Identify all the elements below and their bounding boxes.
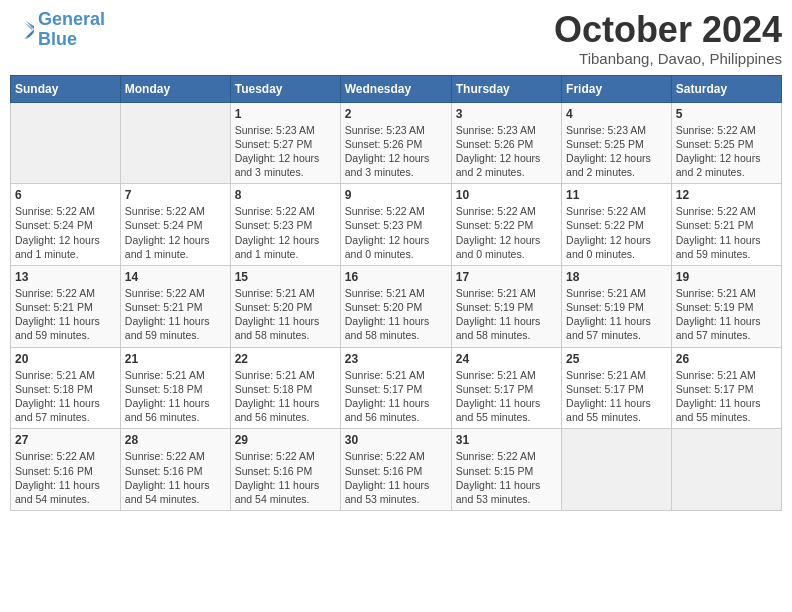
weekday-header: Friday (562, 75, 672, 102)
day-info: Sunrise: 5:23 AM Sunset: 5:27 PM Dayligh… (235, 123, 336, 180)
location-subtitle: Tibanbang, Davao, Philippines (554, 50, 782, 67)
day-number: 22 (235, 352, 336, 366)
calendar-cell: 9Sunrise: 5:22 AM Sunset: 5:23 PM Daylig… (340, 184, 451, 266)
calendar-cell: 26Sunrise: 5:21 AM Sunset: 5:17 PM Dayli… (671, 347, 781, 429)
day-number: 29 (235, 433, 336, 447)
calendar-cell (11, 102, 121, 184)
calendar-cell: 27Sunrise: 5:22 AM Sunset: 5:16 PM Dayli… (11, 429, 121, 511)
day-info: Sunrise: 5:22 AM Sunset: 5:21 PM Dayligh… (15, 286, 116, 343)
day-number: 16 (345, 270, 447, 284)
calendar-cell: 21Sunrise: 5:21 AM Sunset: 5:18 PM Dayli… (120, 347, 230, 429)
day-number: 4 (566, 107, 667, 121)
calendar-week-row: 13Sunrise: 5:22 AM Sunset: 5:21 PM Dayli… (11, 265, 782, 347)
day-info: Sunrise: 5:21 AM Sunset: 5:19 PM Dayligh… (456, 286, 557, 343)
calendar-cell: 31Sunrise: 5:22 AM Sunset: 5:15 PM Dayli… (451, 429, 561, 511)
day-number: 24 (456, 352, 557, 366)
day-info: Sunrise: 5:21 AM Sunset: 5:17 PM Dayligh… (456, 368, 557, 425)
logo-line1: General (38, 9, 105, 29)
day-info: Sunrise: 5:22 AM Sunset: 5:22 PM Dayligh… (456, 204, 557, 261)
weekday-header-row: SundayMondayTuesdayWednesdayThursdayFrid… (11, 75, 782, 102)
day-info: Sunrise: 5:22 AM Sunset: 5:15 PM Dayligh… (456, 449, 557, 506)
day-info: Sunrise: 5:22 AM Sunset: 5:16 PM Dayligh… (345, 449, 447, 506)
calendar-table: SundayMondayTuesdayWednesdayThursdayFrid… (10, 75, 782, 511)
weekday-header: Saturday (671, 75, 781, 102)
weekday-header: Sunday (11, 75, 121, 102)
calendar-cell: 15Sunrise: 5:21 AM Sunset: 5:20 PM Dayli… (230, 265, 340, 347)
day-number: 21 (125, 352, 226, 366)
day-number: 19 (676, 270, 777, 284)
day-number: 23 (345, 352, 447, 366)
weekday-header: Wednesday (340, 75, 451, 102)
day-info: Sunrise: 5:21 AM Sunset: 5:17 PM Dayligh… (345, 368, 447, 425)
calendar-cell: 8Sunrise: 5:22 AM Sunset: 5:23 PM Daylig… (230, 184, 340, 266)
month-title: October 2024 (554, 10, 782, 50)
calendar-week-row: 20Sunrise: 5:21 AM Sunset: 5:18 PM Dayli… (11, 347, 782, 429)
day-info: Sunrise: 5:21 AM Sunset: 5:20 PM Dayligh… (345, 286, 447, 343)
day-number: 17 (456, 270, 557, 284)
calendar-cell: 24Sunrise: 5:21 AM Sunset: 5:17 PM Dayli… (451, 347, 561, 429)
day-info: Sunrise: 5:22 AM Sunset: 5:23 PM Dayligh… (235, 204, 336, 261)
day-number: 12 (676, 188, 777, 202)
day-number: 6 (15, 188, 116, 202)
day-number: 9 (345, 188, 447, 202)
calendar-week-row: 27Sunrise: 5:22 AM Sunset: 5:16 PM Dayli… (11, 429, 782, 511)
day-number: 27 (15, 433, 116, 447)
calendar-cell: 20Sunrise: 5:21 AM Sunset: 5:18 PM Dayli… (11, 347, 121, 429)
calendar-cell: 19Sunrise: 5:21 AM Sunset: 5:19 PM Dayli… (671, 265, 781, 347)
calendar-cell: 22Sunrise: 5:21 AM Sunset: 5:18 PM Dayli… (230, 347, 340, 429)
day-info: Sunrise: 5:23 AM Sunset: 5:26 PM Dayligh… (456, 123, 557, 180)
day-info: Sunrise: 5:22 AM Sunset: 5:25 PM Dayligh… (676, 123, 777, 180)
calendar-cell: 4Sunrise: 5:23 AM Sunset: 5:25 PM Daylig… (562, 102, 672, 184)
calendar-header: SundayMondayTuesdayWednesdayThursdayFrid… (11, 75, 782, 102)
day-info: Sunrise: 5:23 AM Sunset: 5:25 PM Dayligh… (566, 123, 667, 180)
calendar-week-row: 1Sunrise: 5:23 AM Sunset: 5:27 PM Daylig… (11, 102, 782, 184)
day-number: 15 (235, 270, 336, 284)
calendar-cell: 18Sunrise: 5:21 AM Sunset: 5:19 PM Dayli… (562, 265, 672, 347)
day-info: Sunrise: 5:21 AM Sunset: 5:17 PM Dayligh… (676, 368, 777, 425)
day-number: 7 (125, 188, 226, 202)
day-info: Sunrise: 5:22 AM Sunset: 5:16 PM Dayligh… (15, 449, 116, 506)
calendar-cell: 7Sunrise: 5:22 AM Sunset: 5:24 PM Daylig… (120, 184, 230, 266)
day-number: 28 (125, 433, 226, 447)
calendar-cell: 30Sunrise: 5:22 AM Sunset: 5:16 PM Dayli… (340, 429, 451, 511)
calendar-cell: 14Sunrise: 5:22 AM Sunset: 5:21 PM Dayli… (120, 265, 230, 347)
calendar-cell: 17Sunrise: 5:21 AM Sunset: 5:19 PM Dayli… (451, 265, 561, 347)
logo: General Blue (10, 10, 105, 50)
calendar-cell: 10Sunrise: 5:22 AM Sunset: 5:22 PM Dayli… (451, 184, 561, 266)
weekday-header: Monday (120, 75, 230, 102)
day-info: Sunrise: 5:22 AM Sunset: 5:16 PM Dayligh… (235, 449, 336, 506)
calendar-cell (562, 429, 672, 511)
day-info: Sunrise: 5:21 AM Sunset: 5:17 PM Dayligh… (566, 368, 667, 425)
day-info: Sunrise: 5:22 AM Sunset: 5:22 PM Dayligh… (566, 204, 667, 261)
calendar-cell: 2Sunrise: 5:23 AM Sunset: 5:26 PM Daylig… (340, 102, 451, 184)
day-info: Sunrise: 5:21 AM Sunset: 5:19 PM Dayligh… (676, 286, 777, 343)
day-number: 11 (566, 188, 667, 202)
weekday-header: Thursday (451, 75, 561, 102)
calendar-week-row: 6Sunrise: 5:22 AM Sunset: 5:24 PM Daylig… (11, 184, 782, 266)
day-number: 20 (15, 352, 116, 366)
day-info: Sunrise: 5:22 AM Sunset: 5:24 PM Dayligh… (15, 204, 116, 261)
day-info: Sunrise: 5:21 AM Sunset: 5:18 PM Dayligh… (235, 368, 336, 425)
calendar-cell: 6Sunrise: 5:22 AM Sunset: 5:24 PM Daylig… (11, 184, 121, 266)
day-number: 26 (676, 352, 777, 366)
day-info: Sunrise: 5:22 AM Sunset: 5:24 PM Dayligh… (125, 204, 226, 261)
day-info: Sunrise: 5:21 AM Sunset: 5:18 PM Dayligh… (15, 368, 116, 425)
day-number: 10 (456, 188, 557, 202)
calendar-cell: 12Sunrise: 5:22 AM Sunset: 5:21 PM Dayli… (671, 184, 781, 266)
calendar-cell: 11Sunrise: 5:22 AM Sunset: 5:22 PM Dayli… (562, 184, 672, 266)
calendar-cell: 16Sunrise: 5:21 AM Sunset: 5:20 PM Dayli… (340, 265, 451, 347)
day-number: 5 (676, 107, 777, 121)
calendar-cell: 3Sunrise: 5:23 AM Sunset: 5:26 PM Daylig… (451, 102, 561, 184)
day-info: Sunrise: 5:21 AM Sunset: 5:18 PM Dayligh… (125, 368, 226, 425)
calendar-cell: 1Sunrise: 5:23 AM Sunset: 5:27 PM Daylig… (230, 102, 340, 184)
weekday-header: Tuesday (230, 75, 340, 102)
logo-icon (10, 18, 34, 42)
logo-line2: Blue (38, 29, 77, 49)
calendar-cell (671, 429, 781, 511)
day-number: 31 (456, 433, 557, 447)
day-info: Sunrise: 5:22 AM Sunset: 5:16 PM Dayligh… (125, 449, 226, 506)
day-info: Sunrise: 5:23 AM Sunset: 5:26 PM Dayligh… (345, 123, 447, 180)
logo-text: General Blue (38, 10, 105, 50)
day-info: Sunrise: 5:22 AM Sunset: 5:21 PM Dayligh… (125, 286, 226, 343)
day-info: Sunrise: 5:21 AM Sunset: 5:20 PM Dayligh… (235, 286, 336, 343)
